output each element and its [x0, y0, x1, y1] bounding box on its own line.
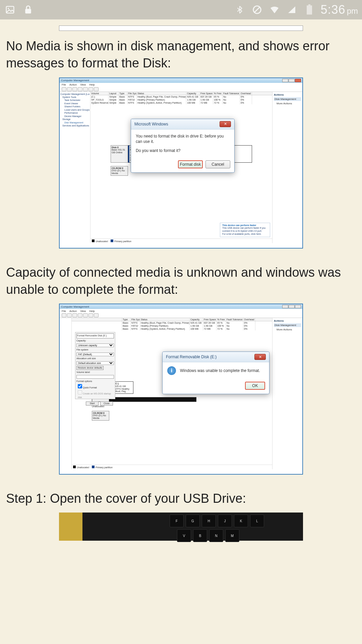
tip-line2: For a list of available ports, click her… [222, 233, 268, 236]
quick-format-checkbox [78, 384, 82, 388]
toolbar [60, 313, 302, 318]
refresh-icon [72, 87, 77, 91]
tree-storage: Storage [60, 118, 89, 121]
table-row: BasicFAT32Healthy (Primary Partition)1.9… [72, 324, 272, 327]
tree-device-manager: Device Manager [60, 115, 89, 118]
window-titlebar: Computer Management [60, 304, 302, 309]
maximize-icon [289, 79, 295, 82]
forward-icon [67, 87, 72, 91]
volume-label-input [76, 375, 114, 379]
table-row: (C:)SimpleBasicNTFSHealthy (Boot, Page F… [90, 95, 272, 98]
svg-rect-6 [308, 4, 310, 5]
close-button: Close [100, 401, 113, 406]
clock-time: 5:36pm [321, 3, 358, 17]
menu-help: Help [89, 310, 95, 313]
maximize-icon [289, 305, 295, 308]
actions-header: Actions [274, 93, 301, 96]
help-icon [83, 313, 88, 317]
actions-more: More Actions [274, 102, 301, 105]
actions-dm: Disk Management [274, 323, 301, 327]
svg-rect-2 [25, 9, 31, 14]
col-volume: Volume [90, 92, 109, 95]
battery-icon [303, 4, 315, 16]
format-prompt-dialog: Microsoft Windows ✕ You need to format t… [131, 119, 235, 173]
menu-view: View [80, 310, 86, 313]
restore-defaults-button: Restore device defaults [76, 366, 104, 370]
tree-disk-management: Disk Management [60, 121, 89, 124]
capacity-label: Capacity: [76, 339, 114, 343]
article-content[interactable]: No Media is shown in disk management, an… [0, 19, 362, 547]
col-capacity: Capacity [186, 92, 200, 95]
col-percentfree: % Free [213, 92, 223, 95]
photo-usb-drive-open: F G H J K L V B N M [59, 513, 303, 541]
svg-line-4 [254, 7, 259, 12]
wifi-icon [268, 4, 281, 16]
dialog-close-icon: ✕ [220, 121, 231, 127]
paragraph-no-media: No Media is shown in disk management, an… [6, 38, 356, 72]
cropped-image-sliver [59, 25, 303, 31]
col-filesystem: File System [131, 318, 140, 321]
paragraph-unknown-capacity: Capacity of connected media is unknown a… [6, 264, 356, 299]
svg-rect-5 [307, 5, 312, 14]
format-options-label: Format options [76, 380, 114, 383]
cdrom-label: CD-ROM 0 [112, 167, 123, 169]
format-disk-button: Format disk [178, 160, 203, 168]
back-icon [62, 87, 66, 91]
window-title: Computer Management [61, 79, 89, 82]
tree-task-scheduler: Task Scheduler [60, 99, 89, 102]
actions-pane: Actions Disk Management More Actions [272, 92, 302, 243]
menu-bar: File Action View Help [60, 83, 302, 87]
nav-tree-collapsed [60, 318, 72, 469]
unallocated-label: Unallocated [92, 405, 252, 408]
cdrom-sub: DVD (D:) No Media [93, 414, 106, 419]
actions-header: Actions [274, 319, 301, 322]
menu-bar: File Action View Help [60, 309, 302, 313]
col-filesystem: File System [127, 92, 137, 95]
actions-pane: Actions Disk Management More Actions [272, 318, 302, 469]
menu-view: View [80, 83, 86, 86]
legend: Unallocated Primary partition [90, 238, 272, 243]
format-panel-title: Format Removable Disk (E:) [76, 333, 114, 338]
col-type: Type [122, 318, 131, 321]
filesystem-label: File system [76, 348, 114, 352]
aus-select: Default allocation size [76, 361, 114, 365]
bluetooth-icon [234, 4, 246, 16]
col-layout: Layout [109, 92, 119, 95]
col-freespace: Free Space [203, 318, 217, 321]
menu-action: Action [69, 83, 77, 86]
view-icon [88, 87, 93, 91]
volume-table: Type File System Status Capacity Free Sp… [72, 318, 272, 330]
properties-icon [78, 87, 82, 91]
tree-root: Computer Management (Local [60, 93, 89, 96]
tip-line1: This USB device can perform faster if yo… [222, 227, 268, 233]
android-status-bar: 5:36pm [0, 0, 362, 19]
view-icon [88, 313, 93, 317]
unknown-disk-row: . [92, 397, 252, 402]
tree-local-users: Local Users and Groups [60, 108, 89, 111]
col-status: Status [140, 318, 190, 321]
svg-point-1 [8, 8, 9, 9]
no-entry-icon [251, 4, 263, 16]
col-overhead: Overhead [240, 92, 252, 95]
menu-file: File [62, 83, 66, 86]
table-row: System ReservedSimpleBasicNTFSHealthy (S… [90, 101, 272, 104]
tree-performance: Performance [60, 111, 89, 114]
actions-more: More Actions [274, 328, 301, 331]
table-row: HP_TOOLSSimpleBasicFAT32Healthy (Primary… [90, 98, 272, 101]
window-titlebar: Computer Management [60, 78, 302, 83]
format-options-panel: Format Removable Disk (E:) Capacity: Unk… [75, 332, 115, 399]
disk0-sub: Basic 931.51 GB Online [112, 149, 125, 154]
col-faulttol: Fault Tolerance [223, 92, 240, 95]
tip-header: This device can perform faster [222, 224, 268, 227]
col-capacity: Capacity [190, 318, 203, 321]
aus-label: Allocation unit size [76, 357, 114, 361]
close-icon [295, 305, 301, 308]
window-title: Computer Management [61, 305, 89, 308]
step-1-heading: Step 1: Open the cover of your USB Drive… [6, 490, 356, 507]
col-status: Status [137, 92, 186, 95]
dialog-message-1: You need to format the disk in drive E: … [136, 133, 230, 145]
help-icon [83, 87, 88, 91]
legend: Unallocated Primary partition [72, 465, 272, 469]
tree-system-tools: System Tools [60, 96, 89, 99]
volume-table: Volume Layout Type File System Status Ca… [90, 92, 272, 104]
